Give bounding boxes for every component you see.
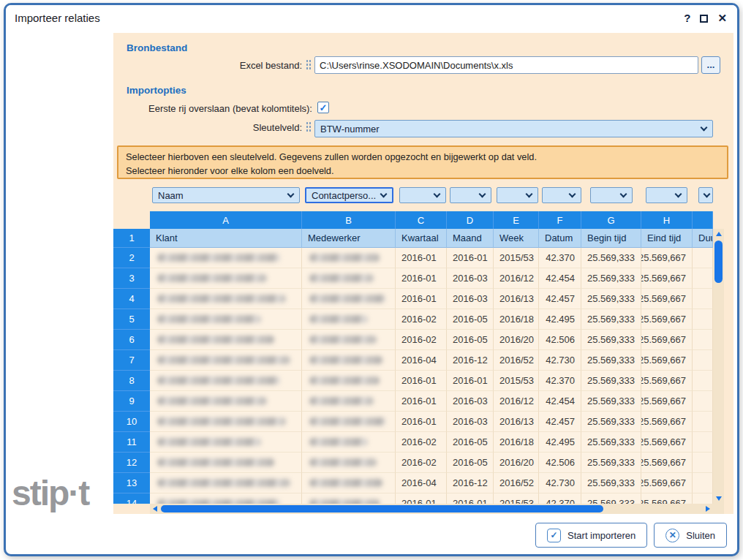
vertical-scroll-thumb[interactable] <box>714 241 723 283</box>
data-cell: 2016-12 <box>447 350 494 371</box>
redacted-cell <box>302 248 396 268</box>
excel-path-input[interactable] <box>314 56 698 74</box>
column-letters-row: ABCDEFGH <box>150 211 713 229</box>
chevron-down-icon <box>675 191 682 198</box>
redacted-cell <box>302 309 396 330</box>
key-field-select[interactable]: BTW-nummer <box>314 120 713 137</box>
data-cell: 25.569,333 <box>581 268 641 289</box>
horizontal-scrollbar[interactable] <box>150 504 713 514</box>
scroll-down-arrow[interactable] <box>713 493 724 504</box>
scroll-up-arrow[interactable] <box>713 229 724 239</box>
chevron-down-icon <box>434 191 441 198</box>
data-cell: 25.569,333 <box>581 309 641 330</box>
redacted-cell <box>302 453 396 473</box>
redacted-text <box>157 274 267 282</box>
redacted-text <box>309 356 382 364</box>
redacted-text <box>309 438 368 446</box>
data-cell-partial <box>693 330 713 350</box>
redacted-text <box>157 336 274 344</box>
close-icon[interactable]: ✕ <box>717 12 727 24</box>
chevron-down-icon <box>287 191 295 198</box>
mapping-dropdown-2[interactable] <box>399 187 446 203</box>
mapping-dropdown-1[interactable]: Contactperso... <box>305 187 393 203</box>
notice-line1: Selecteer hierboven een sleutelveld. Geg… <box>126 151 720 164</box>
skip-first-row-checkbox[interactable]: ✓ <box>317 102 329 113</box>
data-cell: 25.569,667 <box>641 268 693 289</box>
data-row: 32016-012016-032016/1242.45425.569,33325… <box>113 268 713 289</box>
chevron-down-icon <box>704 191 711 198</box>
data-row: 52016-022016-052016/1842.49525.569,33325… <box>113 309 713 330</box>
mapping-dropdown-6[interactable] <box>590 187 633 203</box>
data-cell: 2016-02 <box>396 453 447 473</box>
data-cell-partial <box>693 453 713 473</box>
mapping-dropdown-7[interactable] <box>646 187 687 203</box>
chevron-down-icon <box>569 191 576 198</box>
horizontal-scroll-thumb[interactable] <box>161 505 603 512</box>
data-cell: 2016/18 <box>494 309 539 330</box>
redacted-text <box>157 397 267 405</box>
column-header-G: G <box>581 211 641 229</box>
mapping-dropdown-8[interactable] <box>698 187 713 203</box>
chevron-down-icon <box>620 191 627 198</box>
data-cell: 2016/18 <box>494 432 539 453</box>
data-cell: 2016-04 <box>396 350 447 371</box>
scroll-right-arrow[interactable] <box>703 504 713 514</box>
redacted-cell <box>150 309 302 330</box>
row-number: 7 <box>113 350 150 371</box>
data-cell: 25.569,667 <box>641 289 693 309</box>
redacted-text <box>157 417 286 425</box>
browse-button[interactable]: ... <box>701 56 720 74</box>
redacted-cell <box>302 432 396 453</box>
data-cell-partial <box>693 391 713 412</box>
data-cell: 2016/12 <box>494 391 539 412</box>
column-header-F: F <box>539 211 581 229</box>
drag-grip-icon <box>306 59 311 71</box>
chevron-down-icon <box>479 191 486 198</box>
close-button[interactable]: ✕ Sluiten <box>654 523 727 548</box>
mapping-dropdown-0[interactable]: Naam <box>152 187 300 203</box>
data-cell: 2016-03 <box>447 268 494 289</box>
data-cell: 2016-01 <box>447 371 494 391</box>
redacted-text <box>157 295 286 303</box>
data-cell: 25.569,333 <box>581 391 641 412</box>
row-number: 11 <box>113 432 150 453</box>
data-cell: 2016/12 <box>494 268 539 289</box>
vertical-scrollbar[interactable] <box>713 229 724 504</box>
redacted-text <box>309 377 380 385</box>
column-header-A: A <box>150 211 302 229</box>
maximize-icon[interactable] <box>700 15 708 23</box>
data-cell: 25.569,333 <box>581 493 641 504</box>
data-row: 102016-012016-032016/1342.45725.569,3332… <box>113 412 713 432</box>
data-cell: 25.569,333 <box>581 473 641 493</box>
data-cell: 2016-12 <box>447 473 494 493</box>
scroll-left-arrow[interactable] <box>150 504 160 514</box>
row-number: 5 <box>113 309 150 330</box>
data-row: 142016-012016-012015/5342.37025.569,3332… <box>113 493 713 504</box>
data-cell: 25.569,667 <box>641 432 693 453</box>
data-cell-partial <box>693 493 713 504</box>
help-icon[interactable]: ? <box>684 12 690 24</box>
redacted-text <box>157 315 261 323</box>
redacted-text <box>157 438 261 446</box>
start-import-button[interactable]: ✓ Start importeren <box>535 523 647 548</box>
data-cell: 25.569,333 <box>581 248 641 268</box>
mapping-dropdown-3[interactable] <box>450 187 491 203</box>
row-number: 8 <box>113 371 150 391</box>
mapping-dropdown-5[interactable] <box>542 187 581 203</box>
data-cell: 25.569,667 <box>641 412 693 432</box>
data-row: 62016-022016-052016/2042.50625.569,33325… <box>113 330 713 350</box>
column-header-partial <box>693 211 713 229</box>
mapping-row: NaamContactperso... <box>150 186 713 204</box>
data-cell: 42.454 <box>539 391 581 412</box>
key-field-label: Sleutelveld: <box>113 122 302 133</box>
chevron-down-icon <box>380 191 388 198</box>
chevron-down-icon <box>701 124 708 132</box>
start-import-label: Start importeren <box>567 530 635 541</box>
data-cell: 2016-04 <box>396 473 447 493</box>
redacted-cell <box>302 268 396 289</box>
redacted-cell <box>150 248 302 268</box>
data-row: 22016-012016-012015/5342.37025.569,33325… <box>113 248 713 268</box>
mapping-dropdown-4[interactable] <box>497 187 538 203</box>
column-header-E: E <box>494 211 539 229</box>
redacted-text <box>157 356 290 364</box>
